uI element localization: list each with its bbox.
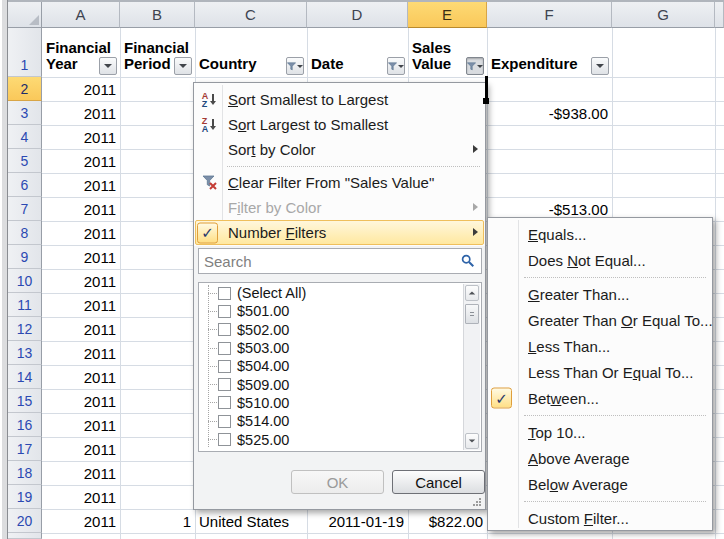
menu-item-between[interactable]: ✓Between... bbox=[488, 385, 712, 411]
column-header-F[interactable]: F bbox=[487, 2, 612, 28]
checkbox-unchecked[interactable] bbox=[218, 305, 231, 318]
cell-A19[interactable]: 2011 bbox=[42, 485, 120, 509]
row-header-1[interactable]: 1 bbox=[8, 28, 42, 77]
checkbox-unchecked[interactable] bbox=[218, 433, 231, 446]
scroll-thumb[interactable] bbox=[465, 304, 479, 324]
scroll-up-button[interactable] bbox=[465, 285, 479, 301]
menu-item-filter-by-color[interactable]: Filter by Color bbox=[194, 195, 485, 220]
row-header-18[interactable]: 18 bbox=[8, 461, 42, 485]
row-header-8[interactable]: 8 bbox=[8, 221, 42, 245]
filter-value-525-00[interactable]: $525.00 bbox=[199, 430, 481, 448]
resize-grip[interactable] bbox=[472, 497, 482, 507]
filter-value-510-00[interactable]: $510.00 bbox=[199, 394, 481, 412]
cell-B20[interactable]: 1 bbox=[120, 509, 195, 533]
filter-value-504-00[interactable]: $504.00 bbox=[199, 357, 481, 375]
checkbox-unchecked[interactable] bbox=[218, 342, 231, 355]
menu-item-custom-filter[interactable]: Custom Filter... bbox=[488, 505, 712, 531]
row-header-5[interactable]: 5 bbox=[8, 149, 42, 173]
cell-A18[interactable]: 2011 bbox=[42, 461, 120, 485]
cell-A11[interactable]: 2011 bbox=[42, 293, 120, 317]
select-all-corner[interactable] bbox=[8, 2, 42, 28]
row-header-17[interactable]: 17 bbox=[8, 437, 42, 461]
filter-button-A[interactable] bbox=[99, 57, 117, 75]
scroll-down-button[interactable] bbox=[465, 433, 479, 449]
filter-button-F[interactable] bbox=[591, 57, 609, 75]
cell-A14[interactable]: 2011 bbox=[42, 365, 120, 389]
row-header-12[interactable]: 12 bbox=[8, 317, 42, 341]
filter-value-509-00[interactable]: $509.00 bbox=[199, 375, 481, 393]
row-header-4[interactable]: 4 bbox=[8, 125, 42, 149]
filter-button-D[interactable] bbox=[387, 57, 405, 75]
cell-A15[interactable]: 2011 bbox=[42, 389, 120, 413]
menu-item-sort-smallest-to-largest[interactable]: AZSort Smallest to Largest bbox=[194, 87, 485, 112]
cell-A4[interactable]: 2011 bbox=[42, 125, 120, 149]
cell-A9[interactable]: 2011 bbox=[42, 245, 120, 269]
cell-A5[interactable]: 2011 bbox=[42, 149, 120, 173]
row-header-13[interactable]: 13 bbox=[8, 341, 42, 365]
cell-C20[interactable]: United States bbox=[195, 509, 307, 533]
filter-value-501-00[interactable]: $501.00 bbox=[199, 302, 481, 320]
cell-A7[interactable]: 2011 bbox=[42, 197, 120, 221]
row-header-6[interactable]: 6 bbox=[8, 173, 42, 197]
menu-item-less-than[interactable]: Less Than... bbox=[488, 333, 712, 359]
checkbox-unchecked[interactable] bbox=[218, 378, 231, 391]
cell-A16[interactable]: 2011 bbox=[42, 413, 120, 437]
cell-D20[interactable]: 2011-01-19 bbox=[307, 509, 408, 533]
row-header-3[interactable]: 3 bbox=[8, 101, 42, 125]
menu-item-does-not-equal[interactable]: Does Not Equal... bbox=[488, 247, 712, 273]
column-header-E[interactable]: E bbox=[408, 2, 487, 28]
cell-E20[interactable]: $822.00 bbox=[408, 509, 487, 533]
cell-A8[interactable]: 2011 bbox=[42, 221, 120, 245]
cell-A3[interactable]: 2011 bbox=[42, 101, 120, 125]
row-header-16[interactable]: 16 bbox=[8, 413, 42, 437]
column-header-C[interactable]: C bbox=[195, 2, 307, 28]
column-header-partial[interactable] bbox=[715, 2, 724, 28]
checkbox-unchecked[interactable] bbox=[218, 323, 231, 336]
cell-F3[interactable]: -$938.00 bbox=[487, 101, 612, 125]
filter-button-E[interactable] bbox=[466, 57, 484, 75]
cell-A20[interactable]: 2011 bbox=[42, 509, 120, 533]
cell-A13[interactable]: 2011 bbox=[42, 341, 120, 365]
list-scrollbar[interactable] bbox=[463, 284, 480, 450]
filter-button-B[interactable] bbox=[174, 57, 192, 75]
active-cell-fill-handle[interactable] bbox=[483, 98, 489, 104]
column-header-G[interactable]: G bbox=[612, 2, 715, 28]
row-header-21-partial[interactable] bbox=[8, 533, 42, 539]
menu-item-sort-by-color[interactable]: Sort by Color bbox=[194, 137, 485, 162]
cell-A6[interactable]: 2011 bbox=[42, 173, 120, 197]
row-header-2[interactable]: 2 bbox=[8, 77, 42, 101]
checkbox-unchecked[interactable] bbox=[218, 396, 231, 409]
row-header-20[interactable]: 20 bbox=[8, 509, 42, 533]
column-header-D[interactable]: D bbox=[307, 2, 408, 28]
row-header-19[interactable]: 19 bbox=[8, 485, 42, 509]
search-input[interactable] bbox=[199, 253, 461, 270]
row-header-11[interactable]: 11 bbox=[8, 293, 42, 317]
menu-item-number-filters[interactable]: ✓Number Filters bbox=[194, 220, 485, 245]
row-header-14[interactable]: 14 bbox=[8, 365, 42, 389]
row-header-10[interactable]: 10 bbox=[8, 269, 42, 293]
menu-item-above-average[interactable]: Above Average bbox=[488, 445, 712, 471]
column-header-A[interactable]: A bbox=[42, 2, 120, 28]
menu-item-below-average[interactable]: Below Average bbox=[488, 471, 712, 497]
filter-value-514-00[interactable]: $514.00 bbox=[199, 412, 481, 430]
checkbox-unchecked[interactable] bbox=[218, 415, 231, 428]
row-header-15[interactable]: 15 bbox=[8, 389, 42, 413]
cell-A12[interactable]: 2011 bbox=[42, 317, 120, 341]
filter-value-partial[interactable] bbox=[199, 449, 481, 452]
checkbox-unchecked[interactable] bbox=[218, 360, 231, 373]
filter-button-C[interactable] bbox=[286, 57, 304, 75]
column-header-B[interactable]: B bbox=[120, 2, 195, 28]
menu-item-clear-filter-from-sales-value[interactable]: Clear Filter From "Sales Value" bbox=[194, 170, 485, 195]
ok-button[interactable]: OK bbox=[291, 470, 384, 494]
menu-item-greater-than[interactable]: Greater Than... bbox=[488, 281, 712, 307]
row-header-7[interactable]: 7 bbox=[8, 197, 42, 221]
checkbox-unchecked[interactable] bbox=[218, 451, 231, 452]
row-header-9[interactable]: 9 bbox=[8, 245, 42, 269]
cell-A2[interactable]: 2011 bbox=[42, 77, 120, 101]
cell-A17[interactable]: 2011 bbox=[42, 437, 120, 461]
cancel-button[interactable]: Cancel bbox=[392, 470, 485, 494]
menu-item-greater-than-or-equal-to[interactable]: Greater Than Or Equal To... bbox=[488, 307, 712, 333]
filter-value-select-all[interactable]: (Select All) bbox=[199, 284, 481, 302]
filter-value-503-00[interactable]: $503.00 bbox=[199, 339, 481, 357]
menu-item-equals[interactable]: Equals... bbox=[488, 221, 712, 247]
